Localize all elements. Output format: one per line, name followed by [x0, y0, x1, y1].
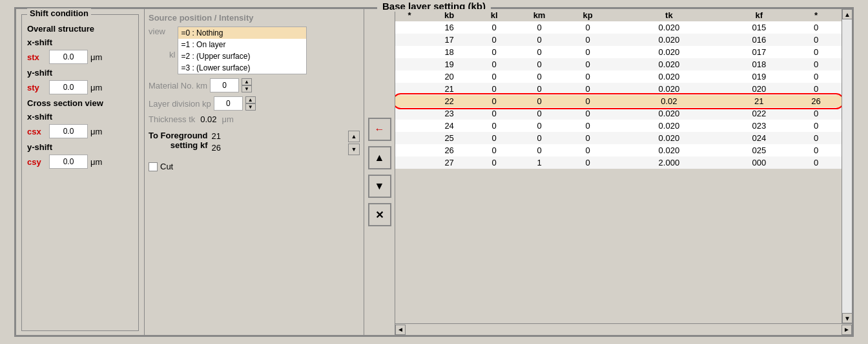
layer-div-down-btn[interactable]: ▼ — [245, 103, 256, 111]
table-cell: 0 — [565, 83, 610, 95]
table-cell: 21 — [727, 95, 790, 107]
csy-row: csy μm — [27, 155, 133, 169]
horizontal-scrollbar[interactable]: ◄ ► — [395, 323, 852, 335]
table-cell: 0 — [790, 21, 842, 34]
csx-unit: μm — [90, 127, 102, 136]
sty-unit: μm — [90, 83, 102, 92]
thickness-value: 0.02 — [200, 114, 216, 124]
col-star2: * — [790, 9, 842, 21]
col-kf: kf — [727, 9, 790, 21]
source-dropdown[interactable]: =0 : Nothing =1 : On layer =2 : (Upper s… — [178, 27, 307, 74]
table-cell: 0 — [513, 144, 565, 156]
scroll-up-btn[interactable]: ▲ — [842, 9, 852, 19]
table-cell: 0.020 — [610, 70, 727, 83]
table-cell: 0 — [513, 120, 565, 132]
sty-row: sty μm — [27, 80, 133, 94]
table-cell: 16 — [424, 21, 475, 34]
col-kl: kl — [475, 9, 513, 21]
down-arrow-btn[interactable]: ▼ — [368, 175, 391, 198]
table-cell: 022 — [727, 107, 790, 120]
vertical-scrollbar[interactable]: ▲ ▼ — [842, 9, 852, 323]
fg-scroll-up-btn[interactable]: ▲ — [348, 131, 360, 142]
table-cell — [395, 120, 424, 132]
table-row[interactable]: 240000.0200230 — [395, 120, 842, 132]
table-cell: 25 — [424, 132, 475, 144]
dropdown-option-0[interactable]: =0 : Nothing — [178, 27, 306, 39]
table-row[interactable]: 180000.0200170 — [395, 46, 842, 58]
table-row[interactable]: 190000.0200180 — [395, 58, 842, 70]
table-cell — [395, 83, 424, 95]
table-row[interactable]: 210000.0200200 — [395, 83, 842, 95]
dropdown-option-1[interactable]: =1 : On layer — [178, 39, 306, 50]
table-cell — [395, 144, 424, 156]
table-cell: 0 — [565, 120, 610, 132]
table-cell: 0 — [790, 107, 842, 120]
csy-label: csy — [27, 157, 46, 167]
layer-div-label: Layer division kp — [149, 99, 211, 109]
table-row[interactable]: 200000.0200190 — [395, 70, 842, 83]
table-cell: 0 — [513, 70, 565, 83]
material-label: Material No. km — [149, 81, 207, 91]
table-cell — [395, 46, 424, 58]
sty-input[interactable] — [49, 80, 88, 94]
table-cell: 26 — [424, 144, 475, 156]
layer-div-row: Layer division kp ▲ ▼ — [149, 96, 360, 111]
csy-input[interactable] — [49, 155, 88, 169]
table-cell: 0.020 — [610, 120, 727, 132]
table-cell: 0 — [475, 21, 513, 34]
layer-div-input[interactable] — [214, 96, 243, 111]
csx-input[interactable] — [49, 124, 88, 138]
csy-unit: μm — [90, 157, 102, 167]
material-row: Material No. km ▲ ▼ — [149, 78, 360, 92]
thickness-row: Thickness tk 0.02 μm — [149, 114, 360, 124]
material-input[interactable] — [210, 78, 239, 92]
table-row[interactable]: 230000.0200220 — [395, 107, 842, 120]
table-cell: 0 — [475, 144, 513, 156]
sty-label: sty — [27, 83, 46, 92]
scroll-down-btn[interactable]: ▼ — [842, 313, 852, 323]
table-cell: 18 — [424, 46, 475, 58]
table-row[interactable]: 170000.0200160 — [395, 34, 842, 46]
table-cell: 27 — [424, 156, 475, 169]
fg-value1: 21 — [211, 131, 220, 142]
material-up-btn[interactable]: ▲ — [242, 78, 252, 85]
table-row[interactable]: 260000.0200250 — [395, 144, 842, 156]
left-arrow-btn[interactable]: ← — [368, 118, 391, 141]
table-area: * kb kl km kp tk kf * 160000.020015 — [395, 9, 852, 323]
table-cell — [395, 95, 424, 107]
table-cell: 015 — [727, 21, 790, 34]
up-arrow-btn[interactable]: ▲ — [368, 146, 391, 169]
dropdown-option-3[interactable]: =3 : (Lower surface) — [178, 62, 306, 74]
y-shift2-label: y-shift — [27, 142, 133, 152]
table-row[interactable]: 220000.022126 — [395, 95, 842, 107]
scroll-right-btn[interactable]: ► — [842, 325, 852, 335]
table-cell: 0 — [565, 144, 610, 156]
dropdown-option-2[interactable]: =2 : (Upper surface) — [178, 50, 306, 62]
table-cell: 0 — [565, 107, 610, 120]
table-cell: 0.02 — [610, 95, 727, 107]
table-cell: 0 — [565, 70, 610, 83]
col-kp: kp — [565, 9, 610, 21]
table-cell: 0 — [475, 58, 513, 70]
close-btn[interactable]: ✕ — [368, 203, 391, 226]
table-row[interactable]: 160000.0200150 — [395, 21, 842, 34]
table-cell: 0 — [790, 83, 842, 95]
layer-div-up-btn[interactable]: ▲ — [245, 96, 256, 103]
cut-checkbox[interactable] — [149, 162, 158, 171]
csx-label: csx — [27, 127, 46, 136]
stx-input[interactable] — [49, 50, 88, 64]
material-down-btn[interactable]: ▼ — [242, 85, 252, 92]
table-cell: 0 — [790, 34, 842, 46]
table-row[interactable]: 270102.0000000 — [395, 156, 842, 169]
foreground-label: To Foreground — [149, 131, 207, 140]
base-layer-section: * kb kl km kp tk kf * 160000.020015 — [395, 8, 852, 336]
source-panel: Source position / Intensity view kl =0 :… — [145, 8, 364, 336]
table-cell: 017 — [727, 46, 790, 58]
table-cell: 0 — [790, 70, 842, 83]
fg-scroll-down-btn[interactable]: ▼ — [348, 144, 360, 155]
table-cell: 0.020 — [610, 107, 727, 120]
scroll-left-btn[interactable]: ◄ — [395, 325, 406, 335]
cross-section-label: Cross section view — [27, 98, 133, 108]
shift-condition-panel: Shift condition Overall structure x-shif… — [16, 8, 145, 336]
table-row[interactable]: 250000.0200240 — [395, 132, 842, 144]
